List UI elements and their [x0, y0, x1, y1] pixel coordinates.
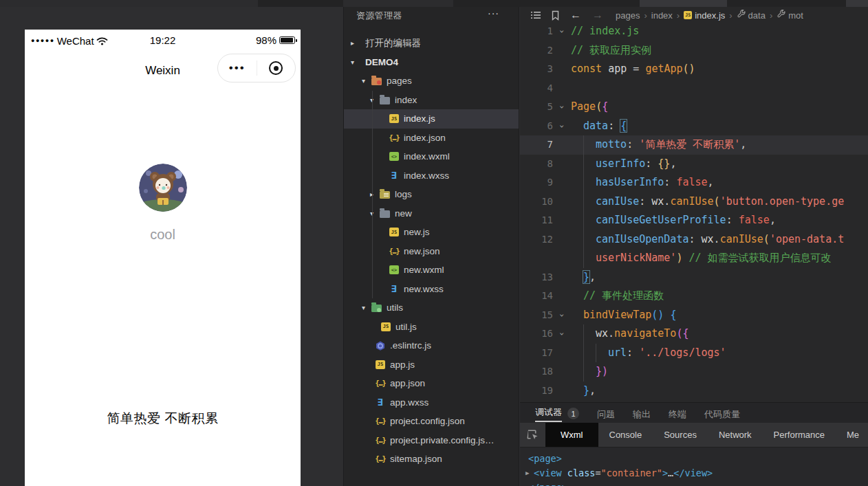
- breadcrumb-item-label: index: [651, 10, 673, 21]
- tree-item[interactable]: {…}project.private.config.js…: [344, 431, 519, 450]
- wxml-node[interactable]: ▶<view class="container">…</view>: [525, 466, 868, 481]
- capsule-button[interactable]: •••: [217, 54, 296, 82]
- fold-gutter: [553, 382, 571, 401]
- tree-item[interactable]: <>new.wxml: [344, 261, 519, 280]
- debugger-tab-终端[interactable]: 终端: [669, 403, 686, 423]
- code-line: 12canIUseOpenData: wx.canIUse('open-data…: [520, 230, 868, 250]
- code-line-text: // index.js: [571, 22, 868, 41]
- code-token: 'open-data.t: [770, 233, 844, 245]
- code-line-text: data: {: [571, 117, 868, 136]
- code-editor[interactable]: 1›// index.js2// 获取应用实例3const app = getA…: [520, 22, 868, 402]
- navigate-back-icon[interactable]: ←: [570, 9, 581, 21]
- wxml-token: <page>: [528, 452, 562, 466]
- fold-gutter: [553, 79, 571, 98]
- avatar[interactable]: [139, 164, 187, 212]
- tree-item[interactable]: .eslintrc.js: [344, 336, 519, 355]
- line-number: 13: [520, 268, 553, 287]
- tree-item-label: new: [395, 208, 412, 219]
- tree-item[interactable]: {…}project.config.json: [344, 412, 519, 431]
- fold-chevron-icon[interactable]: ›: [553, 98, 571, 117]
- tree-item[interactable]: ▾pages: [344, 71, 519, 91]
- tree-item[interactable]: {…}sitemap.json: [344, 450, 519, 469]
- fold-gutter: [553, 41, 571, 60]
- fold-chevron-icon[interactable]: ›: [553, 22, 571, 41]
- devtools-tab-performance[interactable]: Performance: [763, 423, 836, 447]
- debugger-tab-代码质量[interactable]: 代码质量: [704, 403, 740, 423]
- chevron-down-icon[interactable]: ▾: [362, 77, 371, 85]
- more-icon[interactable]: •••: [218, 55, 257, 81]
- code-line: 7motto: '简单热爱 不断积累',: [520, 135, 868, 155]
- exit-target-icon[interactable]: [257, 61, 296, 75]
- fold-gutter: [553, 344, 571, 363]
- tree-item[interactable]: JSnew.js: [344, 223, 519, 242]
- outline-icon[interactable]: [530, 10, 541, 20]
- explorer-more-icon[interactable]: ···: [488, 10, 499, 22]
- tree-item[interactable]: {…}index.json: [344, 129, 519, 148]
- devtools-tab-wxml[interactable]: Wxml: [545, 423, 598, 447]
- line-number: 7: [520, 135, 553, 155]
- tree-item[interactable]: JSapp.js: [344, 355, 519, 375]
- code-line: 14// 事件处理函数: [520, 287, 868, 306]
- inspect-element-icon[interactable]: [527, 429, 539, 441]
- devtools-tab-me[interactable]: Me: [836, 423, 868, 447]
- code-line-text: url: '../logs/logs': [571, 344, 868, 363]
- tree-item[interactable]: ▸打开的编辑器: [344, 34, 519, 53]
- tree-item[interactable]: ▾index: [344, 91, 519, 110]
- breadcrumb-bar: ← → pages›index›JSindex.js›data›mot: [520, 7, 868, 23]
- tree-item[interactable]: ∃new.wxss: [344, 280, 519, 299]
- indent-guide: [571, 268, 583, 287]
- indent-guide: [372, 91, 373, 298]
- fold-chevron-icon[interactable]: ›: [553, 324, 571, 344]
- code-line-text: const app = getApp(): [571, 60, 868, 79]
- code-line-text: // 事件处理函数: [571, 287, 868, 306]
- code-token: wx: [651, 195, 664, 208]
- indent-guide: [571, 135, 583, 155]
- fold-chevron-icon[interactable]: ›: [553, 306, 571, 325]
- tree-item[interactable]: {…}new.json: [344, 242, 519, 261]
- breadcrumb-item[interactable]: mot: [777, 10, 803, 21]
- tree-item[interactable]: ▾DEMO4: [344, 53, 519, 72]
- code-token: hasUserInfo: [596, 176, 664, 188]
- tree-item[interactable]: JSindex.js: [344, 109, 519, 129]
- line-number: 17: [520, 344, 553, 363]
- bookmark-icon[interactable]: [551, 10, 560, 21]
- breadcrumb-item[interactable]: JSindex.js: [684, 10, 725, 21]
- code-token: (): [651, 309, 664, 321]
- line-number: 16: [520, 324, 553, 344]
- tree-item[interactable]: ▾new: [344, 204, 519, 223]
- breadcrumb-item[interactable]: index: [651, 10, 673, 21]
- debugger-tab-问题[interactable]: 问题: [597, 403, 615, 423]
- tree-item[interactable]: ∃app.wxss: [344, 393, 519, 412]
- devtools-tab-network[interactable]: Network: [708, 423, 763, 447]
- code-line-text: userNickName') // 如需尝试获取用户信息可改: [571, 249, 868, 268]
- fold-chevron-icon[interactable]: ›: [553, 117, 571, 136]
- devtools-tab-sources[interactable]: Sources: [653, 423, 708, 447]
- wxml-node[interactable]: </page>: [525, 481, 868, 486]
- wxml-node[interactable]: <page>: [525, 452, 868, 466]
- navigate-forward-icon[interactable]: →: [592, 9, 603, 21]
- expand-arrow-icon[interactable]: ▶: [525, 466, 534, 481]
- breadcrumb-item[interactable]: data: [737, 10, 766, 21]
- wxml-token: </page>: [528, 481, 567, 486]
- tree-item[interactable]: JSutil.js: [344, 318, 519, 337]
- tree-item[interactable]: {…}app.json: [344, 374, 519, 393]
- debugger-tab-输出[interactable]: 输出: [633, 403, 651, 423]
- code-token: getApp: [645, 63, 682, 75]
- indent-guide: [596, 344, 608, 363]
- code-token: canIUse: [720, 233, 763, 245]
- tree-item[interactable]: ∃index.wxss: [344, 166, 519, 186]
- tree-item-label: new.json: [404, 246, 440, 256]
- line-number: 10: [520, 192, 553, 212]
- breadcrumb-item[interactable]: pages: [616, 10, 640, 21]
- chevron-right-icon[interactable]: ▸: [351, 39, 360, 47]
- indent-guide: [571, 192, 583, 212]
- debugger-tab-调试器[interactable]: 调试器1: [535, 403, 579, 423]
- tree-item[interactable]: ▾utils: [344, 298, 519, 318]
- tree-item[interactable]: <>index.wxml: [344, 147, 519, 166]
- devtools-tab-console[interactable]: Console: [598, 423, 653, 447]
- chevron-down-icon[interactable]: ▾: [351, 58, 360, 66]
- chevron-down-icon[interactable]: ▾: [362, 304, 371, 311]
- code-token: ,: [770, 214, 776, 226]
- code-token: }): [596, 365, 608, 377]
- tree-item[interactable]: ▸logs: [344, 185, 519, 204]
